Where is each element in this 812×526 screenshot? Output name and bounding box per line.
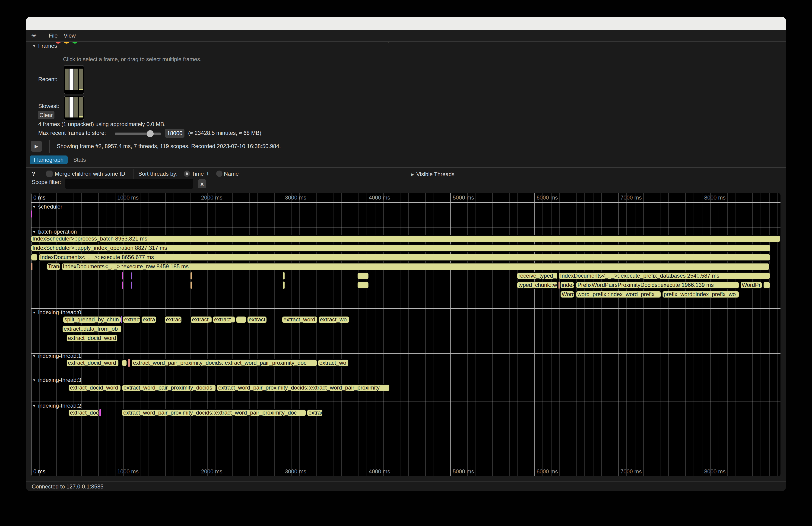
- scope-bar[interactable]: extract::data_from_ob: [62, 325, 122, 333]
- merge-children-label[interactable]: Merge children with same ID: [55, 171, 125, 177]
- thread-header-scheduler[interactable]: ▼scheduler: [32, 203, 62, 210]
- scope-bar[interactable]: extra: [141, 316, 156, 323]
- tab-stats[interactable]: Stats: [69, 156, 90, 164]
- sort-threads-label: Sort threads by:: [138, 171, 177, 177]
- scope-bar-small[interactable]: [122, 272, 123, 279]
- scope-bar[interactable]: PrefixWordPairsProximityDocids::execute …: [576, 281, 739, 289]
- slowest-frames-thumbnail[interactable]: [64, 96, 84, 120]
- scope-bar[interactable]: Word: [560, 291, 574, 298]
- scope-bar[interactable]: extract_wo: [318, 316, 349, 323]
- scope-bar[interactable]: IndexScheduler>::process_batch 8953.821 …: [31, 235, 781, 243]
- scope-bar-small[interactable]: [122, 281, 123, 289]
- scope-bar[interactable]: extract_word: [282, 316, 318, 323]
- scope-bar-small[interactable]: [283, 281, 285, 289]
- scope-bar[interactable]: WordPr: [740, 281, 762, 289]
- sort-radio-name[interactable]: [216, 171, 222, 177]
- menu-view[interactable]: View: [64, 32, 76, 39]
- thread-header-indexing-thread:0[interactable]: ▼indexing-thread:0: [32, 309, 81, 316]
- scope-bar-small[interactable]: [131, 281, 132, 289]
- axis-label: 1000 ms: [117, 194, 139, 201]
- scope-bar-small[interactable]: [190, 281, 192, 289]
- scope-bar[interactable]: typed_chunk::w: [517, 281, 557, 289]
- scope-bar-small[interactable]: [559, 281, 560, 289]
- sort-direction-arrow-icon[interactable]: ↓: [206, 170, 209, 177]
- theme-sun-icon[interactable]: ☀: [31, 32, 37, 40]
- scope-bar-small[interactable]: [31, 254, 38, 261]
- triangle-down-icon: ▼: [32, 404, 36, 408]
- scope-bar[interactable]: word_prefix::index_word_prefix_: [576, 291, 661, 298]
- max-frames-slider-handle[interactable]: [147, 130, 154, 137]
- scope-bar[interactable]: extract_word_pair_proximity_docids: [122, 384, 216, 391]
- scope-bar-small[interactable]: [131, 272, 132, 279]
- merge-children-checkbox[interactable]: [46, 171, 53, 177]
- scope-bar-small[interactable]: [121, 316, 122, 323]
- scope-bar-small[interactable]: [763, 281, 770, 289]
- scope-bar[interactable]: receive_typed_: [517, 272, 557, 279]
- scope-bar[interactable]: extract_docid_word: [68, 384, 121, 391]
- menu-separator: [43, 31, 43, 40]
- clear-filter-button[interactable]: x: [198, 179, 206, 188]
- scope-bar[interactable]: extract_docid_word: [66, 335, 118, 342]
- scope-bar[interactable]: Trans: [46, 263, 61, 270]
- scope-bar-small[interactable]: [128, 360, 130, 367]
- scope-bar[interactable]: extract_word_pair_proximity_docids::extr…: [131, 360, 317, 367]
- scope-bar-small[interactable]: [575, 291, 576, 298]
- scope-bar[interactable]: extract_doc: [68, 409, 99, 417]
- scope-bar[interactable]: IndexScheduler>::apply_index_operation 8…: [31, 245, 770, 252]
- tab-flamegraph[interactable]: Flamegraph: [30, 156, 68, 164]
- scope-bar-small[interactable]: [31, 210, 32, 218]
- clear-button[interactable]: Clear: [38, 111, 55, 119]
- thread-header-indexing-thread:1[interactable]: ▼indexing-thread:1: [32, 353, 81, 359]
- scope-bar[interactable]: index: [560, 281, 574, 289]
- sort-option-label-name[interactable]: Name: [224, 171, 239, 177]
- scope-bar-small[interactable]: [575, 281, 576, 289]
- menu-file[interactable]: File: [49, 32, 58, 39]
- axis-label: 6000 ms: [536, 194, 558, 201]
- scope-bar-small[interactable]: [283, 272, 285, 279]
- scope-bar-small[interactable]: [31, 263, 32, 270]
- scope-bar[interactable]: extract_: [190, 316, 212, 323]
- max-frames-value[interactable]: 18000: [165, 129, 185, 138]
- scope-bar-small[interactable]: [190, 272, 192, 279]
- scope-bar[interactable]: extract: [122, 316, 141, 323]
- max-frames-label: Max recent frames to store:: [38, 130, 106, 136]
- scope-bar[interactable]: extract_word_pair_proximity_docids::extr…: [122, 409, 306, 417]
- scope-bar[interactable]: IndexDocuments<_, _>::execute 8656.677 m…: [39, 254, 770, 261]
- frames-collapser[interactable]: ▼Frames: [32, 43, 57, 49]
- scope-bar[interactable]: extrac: [307, 409, 323, 417]
- frame-thumbnail-stripe: [74, 97, 78, 117]
- scope-bar[interactable]: extract_wo: [318, 360, 349, 367]
- scope-bar[interactable]: extract_docid_word: [66, 360, 119, 367]
- statusbar-separator: [26, 481, 786, 482]
- scope-bar-small[interactable]: [236, 316, 246, 323]
- scope-bar[interactable]: split_grenad_by_chun: [63, 316, 121, 323]
- titlebar: puffin viewer: [26, 17, 786, 30]
- scope-bar-small[interactable]: [357, 281, 369, 289]
- thread-header-batch-operation[interactable]: ▼batch-operation: [32, 229, 77, 235]
- thread-header-indexing-thread:3[interactable]: ▼indexing-thread:3: [32, 377, 81, 383]
- scope-bar[interactable]: extract_word_pair_proximity_docids::extr…: [217, 384, 390, 391]
- frame-thumbnail-stripe: [79, 97, 83, 117]
- max-frames-slider[interactable]: [115, 133, 161, 135]
- scope-bar[interactable]: IndexDocuments<_, _>::execute_raw 8459.1…: [61, 263, 770, 270]
- scope-bar[interactable]: extract: [247, 316, 267, 323]
- thread-header-indexing-thread:2[interactable]: ▼indexing-thread:2: [32, 403, 81, 409]
- visible-threads-collapser[interactable]: ▶Visible Threads: [411, 171, 454, 177]
- scope-bar[interactable]: extrac: [164, 316, 182, 323]
- flamegraph-canvas[interactable]: 0 ms0 ms1000 ms1000 ms2000 ms2000 ms3000…: [31, 193, 781, 476]
- scope-bar[interactable]: extract_: [213, 316, 235, 323]
- scope-bar-small[interactable]: [122, 360, 127, 367]
- frame-thumbnail-stripe: [74, 69, 78, 90]
- scope-bar[interactable]: prefix_word::index_prefix_wo: [662, 291, 739, 298]
- play-button[interactable]: ▶: [31, 141, 42, 152]
- sort-option-label-time[interactable]: Time: [192, 171, 204, 177]
- slowest-label: Slowest:: [38, 103, 59, 109]
- help-button[interactable]: ?: [32, 171, 35, 177]
- recent-frames-thumbnail[interactable]: [64, 65, 84, 94]
- scope-bar-small[interactable]: [357, 272, 369, 279]
- sort-radio-time[interactable]: [184, 171, 190, 177]
- scope-bar[interactable]: IndexDocuments<_, _>::execute_prefix_dat…: [559, 272, 770, 279]
- separator: [26, 153, 786, 153]
- scope-bar-small[interactable]: [99, 409, 101, 417]
- scope-filter-input[interactable]: [65, 179, 193, 189]
